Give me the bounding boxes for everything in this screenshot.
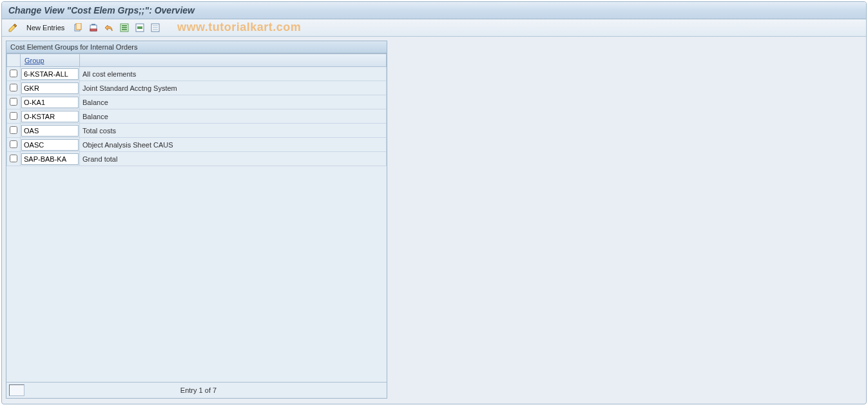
row-checkbox[interactable] — [10, 98, 17, 106]
select-all-header[interactable] — [7, 54, 21, 67]
svg-rect-7 — [122, 27, 127, 28]
table-wrap: Group All cost elementsJoint Standard Ac… — [6, 53, 387, 382]
group-cell — [21, 138, 80, 152]
group-input[interactable] — [21, 125, 79, 137]
group-input[interactable] — [21, 97, 79, 108]
position-button[interactable] — [9, 384, 24, 396]
row-select-cell[interactable] — [7, 152, 21, 166]
toolbar: New Entries — [2, 19, 866, 37]
svg-rect-8 — [122, 29, 127, 30]
position-bar: Entry 1 of 7 — [6, 382, 387, 398]
deselect-all-icon[interactable] — [149, 22, 161, 33]
group-input[interactable] — [21, 111, 79, 122]
group-input[interactable] — [21, 82, 79, 94]
svg-rect-12 — [153, 25, 158, 26]
row-checkbox[interactable] — [10, 140, 17, 148]
row-checkbox[interactable] — [10, 126, 17, 134]
row-select-cell[interactable] — [7, 67, 21, 81]
cost-element-table: Group All cost elementsJoint Standard Ac… — [6, 53, 387, 166]
entry-status: Entry 1 of 7 — [28, 386, 369, 394]
table-row: Balance — [7, 109, 387, 124]
description-cell: Balance — [80, 95, 387, 109]
svg-rect-1 — [76, 23, 81, 30]
svg-rect-14 — [153, 29, 158, 30]
svg-rect-4 — [92, 24, 95, 25]
svg-rect-6 — [122, 25, 127, 26]
svg-rect-13 — [153, 27, 158, 28]
column-header-group[interactable]: Group — [21, 54, 80, 67]
watermark-text: www.tutorialkart.com — [177, 21, 301, 34]
edit-pencil-icon[interactable] — [7, 22, 19, 33]
svg-rect-3 — [90, 29, 97, 31]
panel-title: Cost Element Groups for Internal Orders — [6, 41, 387, 53]
description-cell: Joint Standard Acctng System — [80, 81, 387, 95]
table-row: All cost elements — [7, 67, 387, 81]
description-cell: Grand total — [80, 152, 387, 166]
table-row: Total costs — [7, 124, 387, 138]
table-row: Balance — [7, 95, 387, 109]
copy-icon[interactable] — [72, 22, 84, 33]
table-row: Grand total — [7, 152, 387, 166]
select-all-icon[interactable] — [119, 22, 130, 33]
description-cell: Total costs — [80, 124, 387, 138]
page-title: Change View "Cost Elem Grps;;": Overview — [2, 2, 866, 19]
row-checkbox[interactable] — [10, 84, 17, 91]
description-cell: Object Analysis Sheet CAUS — [80, 138, 387, 152]
content-area: Cost Element Groups for Internal Orders … — [2, 37, 866, 402]
new-entries-button[interactable]: New Entries — [23, 23, 68, 33]
row-select-cell[interactable] — [7, 95, 21, 109]
row-checkbox[interactable] — [10, 112, 17, 120]
group-cell — [21, 124, 80, 138]
select-block-icon[interactable] — [134, 22, 146, 33]
table-row: Joint Standard Acctng System — [7, 81, 387, 95]
svg-rect-10 — [137, 26, 142, 29]
row-select-cell[interactable] — [7, 81, 21, 95]
group-input[interactable] — [21, 68, 79, 80]
group-cell — [21, 109, 80, 124]
delete-icon[interactable] — [88, 22, 99, 33]
cost-element-panel: Cost Element Groups for Internal Orders … — [6, 41, 387, 399]
group-input[interactable] — [21, 153, 79, 165]
row-checkbox[interactable] — [10, 70, 17, 77]
group-cell — [21, 81, 80, 95]
row-select-cell[interactable] — [7, 124, 21, 138]
app-window: Change View "Cost Elem Grps;;": Overview… — [1, 1, 867, 404]
row-select-cell[interactable] — [7, 109, 21, 124]
undo-icon[interactable] — [103, 22, 115, 33]
row-select-cell[interactable] — [7, 138, 21, 152]
group-cell — [21, 67, 80, 81]
group-input[interactable] — [21, 139, 79, 151]
description-cell: Balance — [80, 109, 387, 124]
column-header-description[interactable] — [80, 54, 387, 67]
group-cell — [21, 152, 80, 166]
description-cell: All cost elements — [80, 67, 387, 81]
group-cell — [21, 95, 80, 109]
table-row: Object Analysis Sheet CAUS — [7, 138, 387, 152]
row-checkbox[interactable] — [10, 155, 17, 162]
